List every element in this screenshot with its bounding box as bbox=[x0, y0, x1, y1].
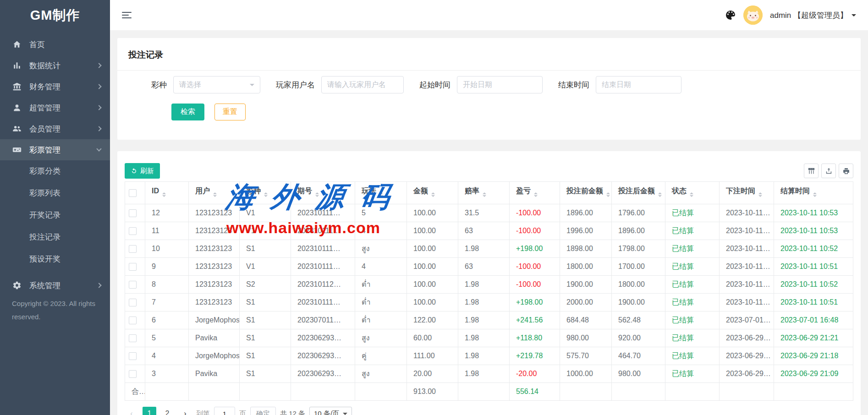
sort-icon[interactable] bbox=[606, 191, 610, 199]
sort-icon[interactable] bbox=[213, 191, 217, 199]
table-cell: 12 bbox=[145, 204, 189, 222]
column-header[interactable]: 盈亏 bbox=[510, 182, 560, 204]
row-checkbox[interactable] bbox=[129, 352, 137, 360]
sidebar-subitem-bet-records[interactable]: 投注记录 bbox=[0, 226, 110, 248]
table-cell bbox=[240, 383, 291, 401]
sort-icon[interactable] bbox=[264, 191, 268, 199]
sort-icon[interactable] bbox=[483, 191, 486, 199]
column-header[interactable]: 状态 bbox=[665, 182, 720, 204]
sidebar-item-finance[interactable]: 财务管理 bbox=[0, 76, 110, 97]
table-cell: 4 bbox=[145, 347, 189, 365]
sort-asc-icon bbox=[813, 191, 817, 194]
table-cell: 1.98 bbox=[458, 276, 510, 294]
table-cell: 1900.00 bbox=[560, 276, 612, 294]
table-cell: 5 bbox=[145, 329, 189, 347]
sort-icon[interactable] bbox=[534, 191, 538, 199]
sidebar-item-system[interactable]: 系统管理 bbox=[0, 275, 110, 296]
print-button[interactable] bbox=[839, 164, 853, 178]
table-cell: 123123123 bbox=[189, 258, 240, 276]
table-toolbar: 刷新 bbox=[125, 151, 853, 179]
row-checkbox[interactable] bbox=[129, 263, 137, 271]
sort-icon[interactable] bbox=[431, 191, 435, 199]
page-button-1[interactable]: 1 bbox=[143, 407, 156, 415]
sidebar-subitem-label: 投注记录 bbox=[29, 233, 60, 241]
sort-icon[interactable] bbox=[162, 191, 166, 199]
divider bbox=[117, 70, 861, 71]
table-cell: 已结算 bbox=[665, 311, 720, 329]
row-checkbox[interactable] bbox=[129, 370, 137, 378]
column-header[interactable]: 投注前金额 bbox=[560, 182, 612, 204]
start-time-filter-group: 起始时间 bbox=[419, 76, 543, 93]
sidebar-item-members[interactable]: 会员管理 bbox=[0, 118, 110, 139]
sidebar-subitem-lottery-category[interactable]: 彩票分类 bbox=[0, 160, 110, 182]
table-cell: 464.70 bbox=[612, 347, 665, 365]
jump-page-input[interactable] bbox=[214, 407, 235, 415]
person-icon bbox=[12, 103, 22, 113]
sidebar-subitem-draw-records[interactable]: 开奖记录 bbox=[0, 204, 110, 226]
sidebar-item-superadmin[interactable]: 超管管理 bbox=[0, 97, 110, 118]
refresh-button[interactable]: 刷新 bbox=[125, 163, 160, 179]
column-header[interactable]: 下注时间 bbox=[720, 182, 774, 204]
sidebar-item-lottery[interactable]: 彩票管理 bbox=[0, 139, 110, 160]
sidebar-subitem-lottery-list[interactable]: 彩票列表 bbox=[0, 182, 110, 204]
export-button[interactable] bbox=[821, 164, 836, 178]
menu-toggle-icon[interactable] bbox=[122, 10, 133, 20]
table-cell bbox=[665, 383, 720, 401]
table-cell: -100.00 bbox=[510, 204, 560, 222]
sort-icon[interactable] bbox=[758, 191, 762, 199]
player-input[interactable] bbox=[321, 76, 404, 93]
column-header[interactable]: 玩法 bbox=[355, 182, 407, 204]
row-checkbox[interactable] bbox=[129, 245, 137, 253]
start-date-input[interactable] bbox=[457, 76, 543, 93]
reset-button[interactable]: 重置 bbox=[214, 104, 246, 120]
next-page-button[interactable]: › bbox=[178, 407, 192, 415]
row-checkbox[interactable] bbox=[129, 209, 137, 217]
table-cell: +219.78 bbox=[510, 347, 560, 365]
select-all-checkbox[interactable] bbox=[129, 189, 137, 197]
table-cell: สูง bbox=[355, 329, 407, 347]
row-select-cell bbox=[125, 240, 145, 258]
per-page-select[interactable]: 10 条/页 bbox=[309, 407, 352, 415]
column-header[interactable]: ID bbox=[145, 182, 189, 204]
lottery-select[interactable]: 请选择 bbox=[173, 76, 260, 93]
column-header[interactable]: 期号 bbox=[291, 182, 355, 204]
column-header[interactable]: 金额 bbox=[407, 182, 458, 204]
table-cell: 2023-07-01 16:48 bbox=[774, 311, 853, 329]
sort-icon[interactable] bbox=[379, 191, 383, 199]
row-checkbox[interactable] bbox=[129, 317, 137, 324]
column-header[interactable]: 彩种 bbox=[240, 182, 291, 204]
column-header[interactable]: 用户 bbox=[189, 182, 240, 204]
row-checkbox[interactable] bbox=[129, 334, 137, 342]
row-checkbox[interactable] bbox=[129, 281, 137, 289]
prev-page-button[interactable]: ‹ bbox=[125, 407, 138, 415]
search-button[interactable]: 检索 bbox=[171, 104, 204, 120]
sort-icon[interactable] bbox=[315, 191, 319, 199]
sidebar-subitem-preset-draw[interactable]: 预设开奖 bbox=[0, 248, 110, 270]
column-header[interactable]: 投注后金额 bbox=[612, 182, 665, 204]
avatar[interactable] bbox=[743, 5, 763, 25]
search-card: 投注记录 彩种 请选择 玩家用户名 起始时间 bbox=[117, 38, 861, 140]
table-cell: 1900.00 bbox=[612, 294, 665, 311]
sidebar-item-statistics[interactable]: 数据统计 bbox=[0, 55, 110, 76]
row-checkbox[interactable] bbox=[129, 227, 137, 235]
columns-filter-button[interactable] bbox=[804, 164, 819, 178]
column-header[interactable]: 结算时间 bbox=[774, 182, 853, 204]
page-button-2[interactable]: 2 bbox=[160, 407, 174, 415]
sort-icon[interactable] bbox=[690, 191, 693, 199]
user-dropdown[interactable]: admin 【超级管理员】 bbox=[770, 10, 856, 21]
table-cell: 123123123 bbox=[189, 240, 240, 258]
row-checkbox[interactable] bbox=[129, 299, 137, 306]
home-icon bbox=[12, 39, 22, 49]
theme-palette-icon[interactable] bbox=[725, 10, 736, 21]
table-header-row: ID用户彩种期号玩法金额赔率盈亏投注前金额投注后金额状态下注时间结算时间 bbox=[125, 182, 853, 204]
sort-icon[interactable] bbox=[658, 191, 662, 199]
sidebar-item-home[interactable]: 首页 bbox=[0, 34, 110, 55]
column-header-label: 彩种 bbox=[246, 187, 261, 195]
jump-confirm-button[interactable]: 确定 bbox=[250, 407, 276, 415]
end-date-input[interactable] bbox=[596, 76, 681, 93]
column-header[interactable]: 赔率 bbox=[458, 182, 510, 204]
sort-desc-icon bbox=[213, 195, 217, 199]
table-cell bbox=[560, 383, 612, 401]
sort-icon[interactable] bbox=[813, 191, 817, 199]
table-cell: 2023-10-11 10:52 bbox=[774, 240, 853, 258]
